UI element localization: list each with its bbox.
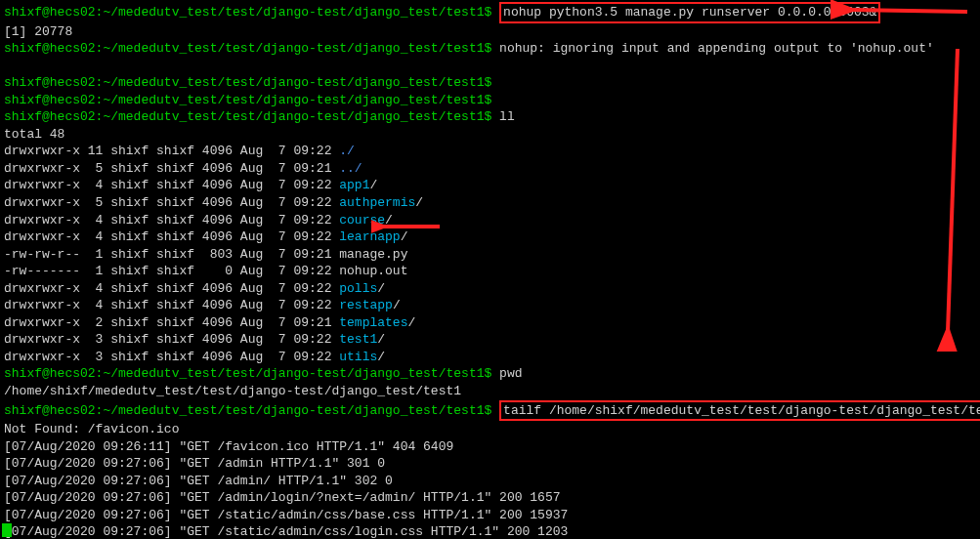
dir-slash: / — [407, 315, 415, 330]
dir-slash: / — [369, 178, 377, 192]
file-perms: drwxrwxr-x 4 shixf shixf 4096 Aug 7 09:2… — [4, 229, 339, 244]
shell-prompt: shixf@hecs02:~/mededutv_test/test/django… — [4, 93, 499, 107]
ls-row-7: -rw------- 1 shixf shixf 0 Aug 7 09:22 n… — [4, 263, 976, 280]
log-entry: [07/Aug/2020 09:26:11] "GET /favicon.ico… — [4, 439, 453, 454]
cmd-line-tailf: shixf@hecs02:~/mededutv_test/test/django… — [4, 400, 976, 422]
file-name: test1 — [339, 332, 377, 347]
log-line-1: [07/Aug/2020 09:27:06] "GET /admin HTTP/… — [4, 455, 976, 473]
log-line-4: [07/Aug/2020 09:27:06] "GET /static/admi… — [4, 507, 976, 524]
dir-slash: / — [415, 195, 423, 210]
ls-row-0: drwxrwxr-x 11 shixf shixf 4096 Aug 7 09:… — [4, 143, 976, 160]
file-perms: drwxrwxr-x 3 shixf shixf 4096 Aug 7 09:2… — [4, 332, 339, 347]
ls-row-11: drwxrwxr-x 3 shixf shixf 4096 Aug 7 09:2… — [4, 331, 976, 349]
shell-prompt: shixf@hecs02:~/mededutv_test/test/django… — [4, 403, 499, 418]
log-entry: [07/Aug/2020 09:27:06] "GET /admin HTTP/… — [4, 456, 385, 471]
ls-row-10: drwxrwxr-x 2 shixf shixf 4096 Aug 7 09:2… — [4, 314, 976, 332]
total-line: total 48 — [4, 127, 64, 142]
file-name: templates — [339, 315, 407, 330]
empty-prompt-1: shixf@hecs02:~/mededutv_test/test/django… — [4, 74, 976, 92]
file-name: ./ — [339, 144, 355, 158]
shell-prompt: shixf@hecs02:~/mededutv_test/test/django… — [4, 41, 499, 56]
file-name: manage.py — [339, 247, 407, 262]
file-name: nohup.out — [339, 264, 407, 278]
file-perms: drwxrwxr-x 2 shixf shixf 4096 Aug 7 09:2… — [4, 315, 339, 330]
empty-prompt-2: shixf@hecs02:~/mededutv_test/test/django… — [4, 92, 976, 109]
file-name: learnapp — [339, 229, 400, 244]
ll-command: ll — [499, 109, 515, 124]
highlight-nohup-command: nohup python3.5 manage.py runserver 0.0.… — [499, 2, 880, 23]
file-perms: drwxrwxr-x 4 shixf shixf 4096 Aug 7 09:2… — [4, 213, 339, 228]
shell-prompt: shixf@hecs02:~/mededutv_test/test/django… — [4, 75, 499, 90]
file-name: polls — [339, 281, 377, 296]
file-perms: -rw-rw-r-- 1 shixf shixf 803 Aug 7 09:21 — [4, 247, 339, 262]
ls-row-2: drwxrwxr-x 4 shixf shixf 4096 Aug 7 09:2… — [4, 177, 976, 194]
terminal-output[interactable]: shixf@hecs02:~/mededutv_test/test/django… — [4, 2, 976, 539]
notfound-line: Not Found: /favicon.ico — [4, 421, 976, 438]
file-name: course — [339, 213, 385, 228]
dir-slash: / — [377, 350, 385, 364]
file-perms: drwxrwxr-x 4 shixf shixf 4096 Aug 7 09:2… — [4, 281, 339, 296]
file-perms: drwxrwxr-x 5 shixf shixf 4096 Aug 7 09:2… — [4, 161, 339, 176]
file-perms: drwxrwxr-x 4 shixf shixf 4096 Aug 7 09:2… — [4, 178, 339, 192]
job-line: [1] 20778 — [4, 23, 976, 41]
job-id: [1] 20778 — [4, 24, 72, 39]
file-perms: -rw------- 1 shixf shixf 0 Aug 7 09:22 — [4, 264, 339, 278]
blank-line — [4, 58, 976, 75]
pwd-output: /home/shixf/mededutv_test/test/django-te… — [4, 384, 461, 398]
ls-row-6: -rw-rw-r-- 1 shixf shixf 803 Aug 7 09:21… — [4, 246, 976, 264]
file-name: authpermis — [339, 195, 415, 210]
pwd-command: pwd — [499, 366, 522, 381]
pwd-output-line: /home/shixf/mededutv_test/test/django-te… — [4, 383, 976, 400]
shell-prompt: shixf@hecs02:~/mededutv_test/test/django… — [4, 366, 499, 381]
dir-slash: / — [385, 213, 393, 228]
cmd-line-nohup: shixf@hecs02:~/mededutv_test/test/django… — [4, 2, 976, 23]
dir-slash: / — [377, 281, 385, 296]
log-entry: [07/Aug/2020 09:27:06] "GET /admin/ HTTP… — [4, 474, 393, 488]
file-perms: drwxrwxr-x 5 shixf shixf 4096 Aug 7 09:2… — [4, 195, 339, 210]
ls-row-8: drwxrwxr-x 4 shixf shixf 4096 Aug 7 09:2… — [4, 280, 976, 298]
log-entry: [07/Aug/2020 09:27:06] "GET /static/admi… — [4, 524, 568, 539]
dir-slash: / — [377, 332, 385, 347]
shell-prompt: shixf@hecs02:~/mededutv_test/test/django… — [4, 109, 499, 124]
log-entry: [07/Aug/2020 09:27:06] "GET /static/admi… — [4, 508, 568, 522]
dir-slash: / — [401, 229, 408, 244]
ls-row-3: drwxrwxr-x 5 shixf shixf 4096 Aug 7 09:2… — [4, 194, 976, 212]
cmd-line-ll: shixf@hecs02:~/mededutv_test/test/django… — [4, 108, 976, 126]
file-perms: drwxrwxr-x 11 shixf shixf 4096 Aug 7 09:… — [4, 144, 339, 158]
notfound-line: Not Found: /favicon.ico — [4, 422, 179, 436]
cmd-line-pwd: shixf@hecs02:~/mededutv_test/test/django… — [4, 365, 976, 383]
highlight-tailf-command: tailf /home/shixf/mededutv_test/test/dja… — [499, 400, 980, 422]
total-line: total 48 — [4, 126, 976, 144]
log-line-2: [07/Aug/2020 09:27:06] "GET /admin/ HTTP… — [4, 473, 976, 490]
file-perms: drwxrwxr-x 3 shixf shixf 4096 Aug 7 09:2… — [4, 350, 339, 364]
nohup-message: nohup: ignoring input and appending outp… — [499, 41, 934, 56]
shell-prompt: shixf@hecs02:~/mededutv_test/test/django… — [4, 5, 499, 20]
log-line-0: [07/Aug/2020 09:26:11] "GET /favicon.ico… — [4, 438, 976, 456]
file-name: utils — [339, 350, 377, 364]
cursor-indicator — [2, 523, 12, 537]
log-line-3: [07/Aug/2020 09:27:06] "GET /admin/login… — [4, 489, 976, 507]
ls-row-12: drwxrwxr-x 3 shixf shixf 4096 Aug 7 09:2… — [4, 349, 976, 366]
file-name: ../ — [339, 161, 362, 176]
log-entry: [07/Aug/2020 09:27:06] "GET /admin/login… — [4, 490, 561, 505]
file-name: restapp — [339, 298, 393, 312]
nohup-msg-line: shixf@hecs02:~/mededutv_test/test/django… — [4, 40, 976, 58]
file-perms: drwxrwxr-x 4 shixf shixf 4096 Aug 7 09:2… — [4, 298, 339, 312]
dir-slash: / — [393, 298, 401, 312]
file-name: app1 — [339, 178, 369, 192]
log-line-5: [07/Aug/2020 09:27:06] "GET /static/admi… — [4, 523, 976, 539]
ls-row-4: drwxrwxr-x 4 shixf shixf 4096 Aug 7 09:2… — [4, 212, 976, 229]
ls-row-9: drwxrwxr-x 4 shixf shixf 4096 Aug 7 09:2… — [4, 297, 976, 314]
ls-row-1: drwxrwxr-x 5 shixf shixf 4096 Aug 7 09:2… — [4, 160, 976, 178]
ls-row-5: drwxrwxr-x 4 shixf shixf 4096 Aug 7 09:2… — [4, 228, 976, 246]
